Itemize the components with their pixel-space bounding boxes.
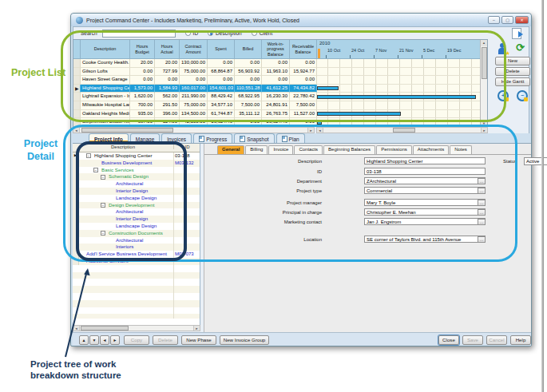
field-principal-in-charge[interactable]: Christopher E. Meehan (364, 208, 486, 216)
lookup-button[interactable]: … (478, 236, 486, 243)
tree-node[interactable]: Interior Design (73, 216, 200, 223)
subtab-contacts[interactable]: Contacts (294, 145, 323, 154)
subtab-general[interactable]: General (217, 145, 244, 154)
tab-project-info[interactable]: Project Info (89, 133, 129, 143)
column-header[interactable]: Hours Actual (155, 40, 180, 59)
value-cell[interactable]: 396.00 (155, 110, 180, 119)
value-cell[interactable]: 727.99 (155, 68, 180, 77)
value-cell[interactable]: 0.00 (290, 59, 317, 68)
tree-node-label[interactable]: Interior Design (116, 216, 148, 223)
tree-node[interactable]: −Schematic Design (73, 173, 200, 180)
tab-progress[interactable]: Progress (193, 133, 232, 143)
column-header[interactable]: Billed (235, 40, 262, 59)
tree-node-label[interactable]: Additional Services (86, 258, 129, 265)
tree-node-label[interactable]: Architectural (116, 180, 143, 188)
tree-row-selector[interactable] (73, 258, 79, 265)
tree-node-label[interactable]: Architectural (116, 237, 143, 244)
tree-node-label[interactable]: Highland Shopping Center (94, 152, 153, 160)
lookup-button[interactable]: … (478, 188, 486, 194)
scroll-right-icon[interactable]: ► (193, 326, 200, 331)
hide-gantt-button[interactable]: Hide Gantt (495, 77, 530, 86)
tree-row-selector[interactable] (73, 180, 79, 188)
tree-row-selector[interactable] (73, 167, 79, 174)
tree-row-selector[interactable] (73, 160, 79, 167)
value-cell[interactable]: 75,000.00 (180, 101, 208, 110)
tree-node-label[interactable]: Basic Services (101, 167, 134, 174)
tree-node[interactable]: Architectural (73, 237, 200, 244)
value-cell[interactable]: 16,624.49 (208, 118, 235, 127)
field-marketing-contact[interactable]: Jan J. Engstrom (364, 218, 486, 225)
zoom-out-icon[interactable]: − (517, 90, 528, 101)
tree-node[interactable]: Interiors (73, 244, 200, 251)
delete-button[interactable]: Delete (495, 67, 530, 76)
table-hscrollbar[interactable]: ◄► (73, 127, 315, 133)
gantt-hscrollbar[interactable]: ◄► (316, 127, 488, 133)
value-cell[interactable]: 11,527.00 (290, 110, 317, 119)
tab-snapshot[interactable]: Snapshot (234, 133, 274, 143)
value-cell[interactable]: 11,963.10 (262, 68, 290, 77)
value-cell[interactable]: 0.00 (290, 118, 317, 127)
hscroll-thumb[interactable] (393, 128, 415, 133)
tree-collapse-icon[interactable]: − (101, 175, 105, 180)
row-selector-cell[interactable] (73, 101, 81, 110)
value-cell[interactable]: 0.00 (208, 76, 235, 85)
table-vscrollbar[interactable]: ▲▼ (480, 40, 487, 127)
value-cell[interactable]: 0.00 (130, 68, 155, 77)
value-cell[interactable]: 0.00 (130, 76, 155, 85)
value-cell[interactable]: 0.00 (290, 76, 317, 85)
value-cell[interactable]: 7,500.00 (290, 101, 317, 110)
tree-row-selector[interactable]: ▶ (73, 152, 79, 160)
tree-node-label[interactable]: Landscape Design (116, 223, 157, 230)
tree-node[interactable]: −Basic Services (73, 167, 200, 174)
gantt-bar[interactable] (317, 121, 322, 125)
subtab-permissions[interactable]: Permissions (376, 145, 412, 154)
tree-node[interactable]: Additional Services (73, 258, 200, 265)
row-selector-cell[interactable] (73, 76, 81, 85)
value-cell[interactable]: 130,000.00 (180, 59, 208, 68)
column-header[interactable]: Spent (208, 40, 235, 59)
value-cell[interactable]: 110,551.28 (235, 85, 262, 93)
report-icon[interactable] (512, 28, 521, 39)
person-icon[interactable] (497, 43, 509, 55)
zoom-in-icon[interactable]: + (497, 90, 509, 101)
tree-collapse-icon[interactable]: − (86, 153, 91, 158)
tree-row-selector[interactable] (73, 208, 79, 216)
tree-node[interactable]: Architectural (73, 180, 200, 188)
help-button[interactable]: Help (510, 335, 531, 345)
project-name-cell[interactable]: Cooke County Health.. (81, 59, 130, 68)
value-cell[interactable]: 7,500.00 (235, 101, 262, 110)
tab-plan[interactable]: Plan (276, 133, 305, 143)
row-selector-cell[interactable] (73, 118, 81, 127)
tree-node-label[interactable]: Architectural (116, 208, 143, 216)
scroll-left-icon[interactable]: ◄ (317, 128, 323, 133)
tree-node[interactable]: Add'l Service Business DevelopmentM03-07… (73, 251, 200, 258)
tree-hscrollbar-track[interactable]: ◄► (73, 325, 200, 331)
tree-node-label[interactable]: Interiors (116, 244, 133, 251)
minimize-button[interactable]: – (488, 16, 500, 24)
tree-row-selector[interactable] (73, 173, 79, 180)
value-cell[interactable]: 0.00 (235, 59, 262, 68)
radio-client[interactable]: Client (252, 30, 273, 36)
value-cell[interactable]: 24,801.91 (262, 101, 290, 110)
tree-node[interactable]: Architectural (73, 208, 200, 216)
tab-manage[interactable]: Manage (130, 133, 161, 143)
radio-id[interactable]: ID (185, 30, 199, 36)
close-button[interactable]: Close (438, 335, 459, 345)
lookup-button[interactable]: … (478, 200, 486, 206)
scroll-up-icon[interactable]: ▲ (481, 40, 487, 46)
tree-row-selector[interactable] (73, 202, 79, 209)
close-window-button[interactable]: ✕ (515, 16, 529, 24)
value-cell[interactable]: 1,584.93 (155, 85, 180, 93)
row-selector-cell[interactable] (73, 68, 81, 77)
field-id[interactable]: 03-138 (364, 168, 486, 175)
nav-down-button[interactable]: ▼ (89, 335, 99, 345)
value-cell[interactable]: 0.00 (262, 76, 290, 85)
value-cell[interactable]: 56,903.92 (235, 68, 262, 77)
vscroll-thumb[interactable] (482, 47, 487, 79)
column-header[interactable]: Hours Budget (130, 40, 155, 59)
subtab-beginning-balances[interactable]: Beginning Balances (323, 145, 375, 154)
tree-row-selector[interactable] (73, 244, 79, 251)
tree-collapse-icon[interactable]: − (101, 231, 105, 236)
tree-node[interactable]: ▶−Highland Shopping Center03-138 (73, 152, 200, 160)
row-selector-cell[interactable] (73, 110, 81, 119)
